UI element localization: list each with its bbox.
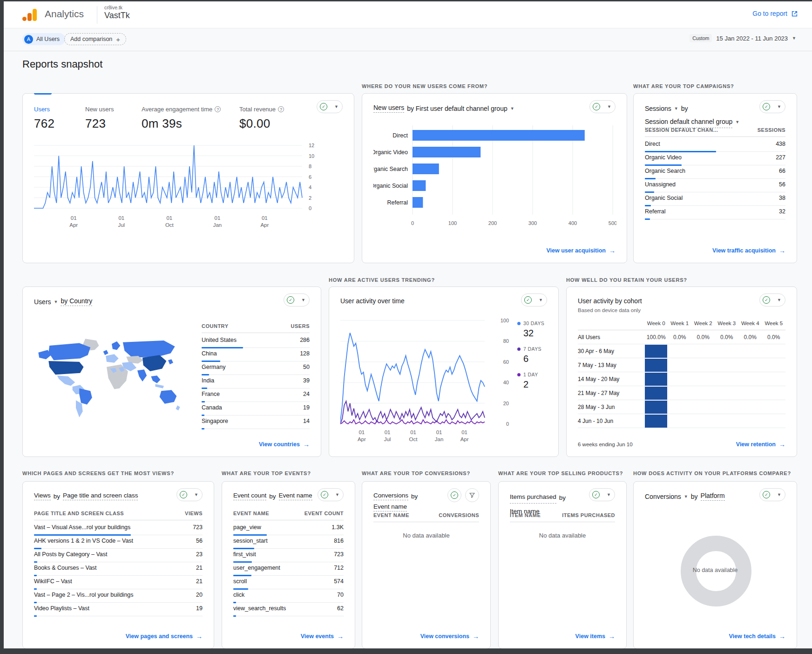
check-circle-icon: ✓ (763, 491, 770, 498)
card-status-dropdown[interactable]: ✓▼ (759, 293, 785, 307)
table-row: Referral32 (645, 206, 785, 219)
card-status-dropdown[interactable]: ✓▼ (759, 100, 785, 113)
table-row: France24 (202, 388, 310, 402)
page-title: Reports snapshot (22, 58, 102, 70)
card-status-dropdown[interactable]: ✓▼ (759, 488, 785, 501)
window-frame-bottom (0, 648, 812, 654)
cohort-row: 14 May - 20 May (578, 372, 785, 386)
campaigns-table: Direct438Organic Video227Organic Search6… (645, 138, 785, 219)
row-label: click (233, 592, 244, 598)
metric-selector[interactable]: Items purchased (510, 492, 556, 504)
widget-title[interactable]: New users by First user default channel … (373, 104, 514, 113)
card-status-dropdown[interactable]: ✓▼ (284, 293, 310, 307)
metric-tab-revenue[interactable]: Total revenue? $0.00 (239, 106, 284, 131)
dimension-selector[interactable]: Session default channel group (645, 117, 732, 129)
countries-card: Users ▼ by Country ✓▼ (22, 286, 321, 457)
metric-tab-users[interactable]: Users 762 (34, 106, 54, 131)
add-comparison-button[interactable]: Add comparison + (64, 33, 126, 45)
dimension-selector[interactable]: by Country (61, 297, 92, 306)
card-status-dropdown[interactable]: ✓▼ (317, 100, 343, 113)
property-switcher[interactable]: cr8ive.tk VastTk (104, 5, 130, 20)
dimension-selector[interactable]: Platform (701, 492, 725, 501)
row-label: Books & Courses – Vast (34, 565, 97, 571)
card-status-dropdown[interactable]: ✓▼ (318, 488, 344, 501)
chevron-down-icon: ▼ (539, 298, 543, 302)
view-pages-link[interactable]: View pages and screens→ (126, 633, 203, 640)
widget-title[interactable]: Conversions by Event name (373, 492, 453, 511)
chevron-down-icon: ▼ (607, 104, 611, 109)
metric-selector[interactable]: Event count (233, 492, 266, 500)
row-value: 19 (196, 605, 203, 612)
metric-selector[interactable]: Conversions (373, 492, 408, 500)
row-label: United States (202, 337, 237, 343)
view-user-acquisition-link[interactable]: View user acquisition→ (546, 247, 616, 254)
row-value: 62 (337, 605, 344, 612)
table-row: All Posts by Category – Vast23 (34, 549, 203, 562)
view-traffic-acquisition-link[interactable]: View traffic acquisition→ (712, 247, 785, 254)
view-conversions-link[interactable]: View conversions→ (420, 633, 479, 640)
card-status-dropdown[interactable]: ✓▼ (176, 488, 203, 501)
metric-selector[interactable]: Users (34, 298, 51, 306)
dimension-selector[interactable]: Page title and screen class (63, 492, 138, 500)
go-to-report-link[interactable]: Go to report (752, 10, 798, 17)
analytics-logo-icon (22, 8, 38, 22)
metric-selector[interactable]: Sessions (645, 104, 671, 114)
svg-text:01Oct: 01Oct (165, 215, 174, 228)
card-status-dropdown[interactable]: ✓▼ (521, 293, 547, 307)
cohort-percent: 0.0% (715, 334, 739, 341)
metric-selector[interactable]: Conversions (645, 493, 681, 500)
help-icon[interactable]: ? (278, 106, 284, 112)
comparison-bar: A All Users Add comparison + Custom 15 J… (4, 28, 812, 51)
cohort-week-header: Week 0 (644, 320, 668, 326)
section-heading-retention: HOW WELL DO YOU RETAIN YOUR USERS? (566, 277, 687, 283)
widget-title-join: by (269, 493, 276, 500)
svg-text:12: 12 (309, 143, 314, 148)
dimension-selector[interactable]: Event name (373, 503, 407, 511)
check-circle-button[interactable]: ✓ (447, 488, 461, 502)
view-events-link[interactable]: View events→ (301, 633, 344, 640)
table-header: EVENT NAMECONVERSIONS (373, 512, 479, 522)
conversions-card: Conversions by Event name ✓ EVENT NAMECO… (362, 481, 491, 649)
svg-text:0: 0 (411, 220, 414, 226)
view-items-link[interactable]: View items→ (575, 633, 615, 640)
table-row: Books & Courses – Vast21 (34, 562, 203, 576)
dimension-selector[interactable]: Event name (279, 492, 312, 500)
row-value: 21 (196, 565, 203, 571)
table-header: ITEM NAMEITEMS PURCHASED (510, 512, 615, 522)
row-label: Unassigned (645, 181, 676, 188)
widget-title[interactable]: Event count by Event name (233, 492, 312, 500)
svg-text:500: 500 (609, 220, 616, 226)
metric-tab-new-users[interactable]: New users 723 (85, 106, 114, 131)
help-icon[interactable]: ? (215, 106, 221, 112)
row-value: 19 (303, 404, 310, 411)
svg-text:Organic Video: Organic Video (373, 149, 408, 156)
cohort-week0-cell (645, 401, 667, 414)
view-countries-link[interactable]: View countries→ (259, 441, 310, 448)
check-circle-icon: ✓ (524, 296, 532, 304)
table-row: user_engagement712 (233, 562, 344, 576)
widget-title[interactable]: Users ▼ by Country (34, 297, 92, 306)
metric-tab-engagement[interactable]: Average engagement time? 0m 39s (142, 106, 221, 131)
table-row: Germany50 (202, 361, 310, 375)
row-mini-bar (202, 428, 204, 429)
check-circle-icon: ✓ (763, 296, 770, 304)
filter-button[interactable] (465, 488, 479, 502)
arrow-right-icon: → (196, 633, 203, 640)
row-label: session_start (233, 538, 268, 544)
funnel-icon (469, 492, 475, 498)
card-status-dropdown[interactable]: ✓▼ (589, 488, 615, 501)
metric-selector[interactable]: Views (34, 492, 51, 500)
svg-text:01Apr: 01Apr (460, 429, 469, 442)
widget-title[interactable]: Conversions ▼ by Platform (645, 492, 725, 501)
widget-title[interactable]: Views by Page title and screen class (34, 492, 138, 500)
widget-title[interactable]: Sessions ▼ by Session default channel gr… (645, 104, 761, 128)
metric-dimension-selector[interactable]: New users (373, 104, 404, 113)
all-users-segment-chip[interactable]: A All Users (22, 33, 65, 45)
view-tech-details-link[interactable]: View tech details→ (729, 633, 785, 640)
view-retention-link[interactable]: View retention→ (736, 441, 785, 448)
row-value: 14 (303, 418, 310, 424)
date-range-picker[interactable]: Custom 15 Jan 2022 - 11 Jun 2023 ▼ (690, 34, 796, 42)
svg-text:400: 400 (568, 220, 577, 226)
legend-item: 1 DAY2 (517, 372, 544, 390)
card-status-dropdown[interactable]: ✓▼ (589, 100, 616, 113)
